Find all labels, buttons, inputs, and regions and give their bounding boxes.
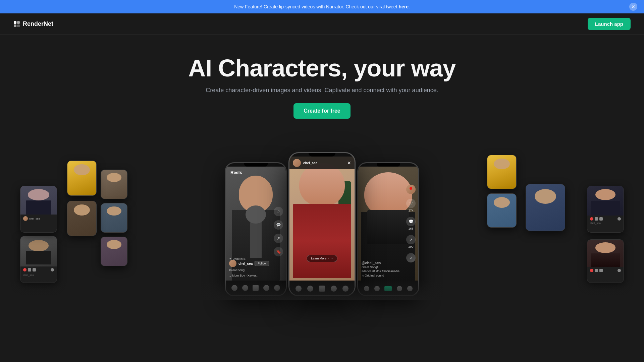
center-avatar bbox=[293, 159, 301, 167]
social-card-right-1: chel_sea bbox=[587, 186, 624, 233]
center-profile-bar: chel_sea ✕ bbox=[289, 157, 355, 169]
social-card-image bbox=[20, 236, 57, 266]
phone-reels-screen: Reels ✦ DREAMS chel_sea Follow Great Son… bbox=[226, 167, 286, 281]
social-card-2-image bbox=[20, 186, 57, 215]
song-text-left: Great Song! bbox=[229, 268, 246, 272]
reels-comment-icon[interactable]: 💬 bbox=[274, 220, 283, 230]
tiktok-bottom-info: @chel_sea Great Song! #dance #tiktok #so… bbox=[362, 261, 405, 277]
svg-rect-1 bbox=[17, 21, 20, 24]
close-icon[interactable]: ✕ bbox=[347, 160, 351, 166]
navbar: RenderNet Launch app bbox=[0, 13, 644, 35]
reels-share-icon[interactable]: ↗ bbox=[274, 234, 283, 243]
floating-card-right-2 bbox=[487, 193, 517, 228]
social-card-right-2 bbox=[587, 239, 624, 283]
reels-save-icon[interactable]: 🔖 bbox=[274, 247, 283, 256]
logo[interactable]: RenderNet bbox=[13, 20, 53, 27]
phone-reels: Reels ✦ DREAMS chel_sea Follow Great Son… bbox=[225, 162, 287, 296]
reels-label: Reels bbox=[230, 170, 242, 175]
floating-card-right-1 bbox=[487, 155, 517, 189]
follow-button-left[interactable]: Follow bbox=[255, 261, 269, 266]
logo-text: RenderNet bbox=[23, 20, 53, 27]
svg-rect-3 bbox=[17, 24, 20, 27]
social-card-far-left: chel_sea bbox=[20, 236, 57, 283]
social-card-right-1-info: chel_sea bbox=[587, 216, 624, 226]
svg-rect-2 bbox=[14, 24, 16, 27]
tiktok-share-icon[interactable]: ↗ 290 bbox=[406, 235, 416, 248]
song-name-left: ♫ Mom Boy · Xavier... bbox=[229, 274, 258, 277]
hero-title: AI Characters, your way bbox=[0, 55, 644, 81]
launch-app-button[interactable]: Launch app bbox=[588, 18, 631, 30]
tiktok-profile-icon[interactable] bbox=[406, 185, 416, 194]
reels-heart-icon[interactable]: ♡ bbox=[274, 207, 283, 216]
phone-tiktok-screen: ♡ 27k 💬 168 ↗ 290 ♪ bbox=[358, 167, 418, 281]
social-card-left-2: chel_sea bbox=[20, 186, 57, 233]
hero-section: AI Characters, your way Create character… bbox=[0, 35, 644, 119]
phone-center: chel_sea ✕ Learn More › ··· bbox=[288, 152, 356, 296]
tiktok-music-disc-icon[interactable]: ♪ bbox=[406, 253, 416, 262]
floating-card-mid-right bbox=[526, 184, 565, 231]
create-for-free-button[interactable]: Create for free bbox=[293, 103, 350, 119]
floating-card-small-left3 bbox=[101, 237, 127, 266]
hero-subtitle: Create character-driven images and video… bbox=[0, 87, 644, 94]
svg-rect-0 bbox=[14, 21, 16, 24]
phone-notch-right bbox=[377, 163, 400, 167]
tiktok-heart-icon[interactable]: ♡ 27k bbox=[406, 199, 416, 212]
banner-link[interactable]: here bbox=[398, 4, 409, 9]
banner-close-button[interactable]: ✕ bbox=[629, 3, 637, 11]
phone-center-screen: chel_sea ✕ Learn More › ··· bbox=[289, 157, 355, 281]
announcement-banner: New Feature! Create lip-synced videos wi… bbox=[0, 0, 644, 13]
chevron-right-icon: › bbox=[328, 257, 329, 260]
social-card-timestamp: chel_sea bbox=[23, 274, 54, 277]
tiktok-right-icons: ♡ 27k 💬 168 ↗ 290 ♪ bbox=[406, 185, 416, 262]
rendernet-logo-icon bbox=[13, 21, 20, 27]
banner-text: New Feature! Create lip-synced videos wi… bbox=[234, 4, 410, 9]
social-card-right-2-info bbox=[587, 267, 624, 274]
floating-card-small-left1 bbox=[101, 170, 127, 199]
center-username: chel_sea bbox=[303, 161, 317, 165]
social-icons-row bbox=[23, 268, 54, 272]
floating-card-small-left2 bbox=[101, 203, 127, 233]
tiktok-comment-icon[interactable]: 💬 168 bbox=[406, 217, 416, 230]
social-right-1-label: chel_sea bbox=[590, 222, 621, 225]
phone-tiktok: ♡ 27k 💬 168 ↗ 290 ♪ bbox=[357, 162, 419, 296]
floating-card-mid-left-bottom bbox=[67, 201, 97, 236]
reels-right-icons: ♡ 💬 ↗ 🔖 bbox=[274, 207, 283, 256]
phone-notch-left bbox=[244, 163, 268, 167]
floating-card-mid-left-top bbox=[67, 161, 97, 196]
phone-notch-center bbox=[309, 153, 335, 157]
username-left: chel_sea bbox=[238, 262, 253, 265]
phones-mockup-container: chel_sea chel_sea bbox=[0, 132, 644, 300]
profile-row-left: chel_sea Follow bbox=[229, 260, 269, 267]
learn-more-bar[interactable]: Learn More › ··· bbox=[307, 255, 337, 262]
bottom-gradient-fade bbox=[0, 280, 644, 300]
social-card-2-info: chel_sea bbox=[20, 215, 57, 223]
